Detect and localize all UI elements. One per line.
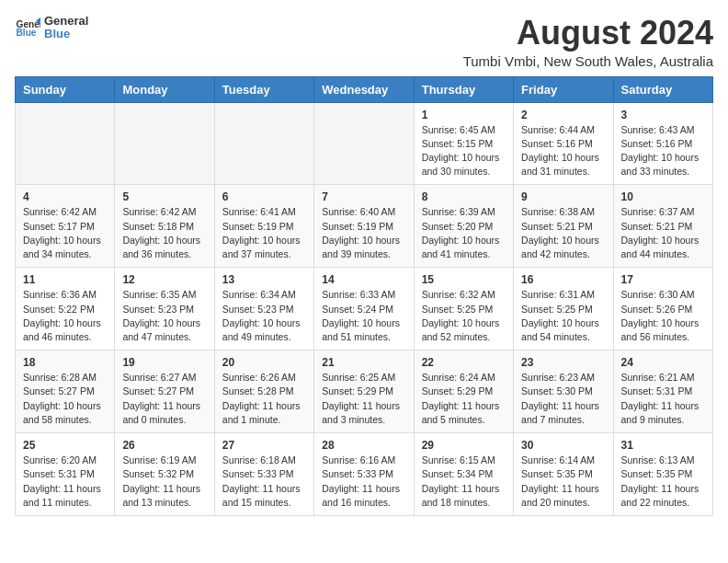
- calendar-header-row: SundayMondayTuesdayWednesdayThursdayFrid…: [16, 76, 713, 102]
- calendar-cell: 5Sunrise: 6:42 AMSunset: 5:18 PMDaylight…: [115, 185, 214, 268]
- day-number: 12: [122, 273, 206, 286]
- calendar-week-row: 11Sunrise: 6:36 AMSunset: 5:22 PMDayligh…: [16, 268, 713, 350]
- day-info: Sunrise: 6:24 AMSunset: 5:29 PMDaylight:…: [422, 371, 506, 427]
- day-info: Sunrise: 6:23 AMSunset: 5:30 PMDaylight:…: [521, 371, 605, 427]
- calendar-week-row: 18Sunrise: 6:28 AMSunset: 5:27 PMDayligh…: [16, 350, 713, 433]
- day-number: 26: [122, 439, 206, 452]
- day-info: Sunrise: 6:34 AMSunset: 5:23 PMDaylight:…: [222, 288, 306, 344]
- calendar-cell: 20Sunrise: 6:26 AMSunset: 5:28 PMDayligh…: [214, 350, 313, 433]
- day-number: 24: [621, 356, 705, 369]
- calendar-week-row: 25Sunrise: 6:20 AMSunset: 5:31 PMDayligh…: [16, 433, 713, 516]
- calendar-cell: 4Sunrise: 6:42 AMSunset: 5:17 PMDaylight…: [16, 185, 115, 268]
- day-info: Sunrise: 6:13 AMSunset: 5:35 PMDaylight:…: [621, 454, 705, 510]
- subtitle: Tumbi Vmbi, New South Wales, Australia: [463, 53, 713, 69]
- day-of-week-header: Monday: [115, 76, 214, 102]
- calendar-cell: 3Sunrise: 6:43 AMSunset: 5:16 PMDaylight…: [613, 102, 712, 185]
- day-number: 23: [521, 356, 605, 369]
- svg-text:Blue: Blue: [17, 29, 37, 39]
- calendar-cell: 18Sunrise: 6:28 AMSunset: 5:27 PMDayligh…: [16, 350, 115, 433]
- day-number: 9: [521, 190, 605, 203]
- calendar-week-row: 1Sunrise: 6:45 AMSunset: 5:15 PMDaylight…: [16, 102, 713, 185]
- logo-blue-text: Blue: [44, 28, 88, 40]
- calendar-cell: 26Sunrise: 6:19 AMSunset: 5:32 PMDayligh…: [115, 433, 214, 516]
- day-number: 29: [422, 439, 506, 452]
- day-info: Sunrise: 6:16 AMSunset: 5:33 PMDaylight:…: [322, 454, 405, 510]
- day-number: 31: [621, 439, 705, 452]
- day-of-week-header: Thursday: [414, 76, 513, 102]
- day-info: Sunrise: 6:30 AMSunset: 5:26 PMDaylight:…: [621, 288, 705, 344]
- day-info: Sunrise: 6:32 AMSunset: 5:25 PMDaylight:…: [422, 288, 506, 344]
- day-info: Sunrise: 6:21 AMSunset: 5:31 PMDaylight:…: [621, 371, 705, 427]
- calendar-cell: 27Sunrise: 6:18 AMSunset: 5:33 PMDayligh…: [214, 433, 313, 516]
- day-info: Sunrise: 6:36 AMSunset: 5:22 PMDaylight:…: [23, 288, 107, 344]
- day-info: Sunrise: 6:19 AMSunset: 5:32 PMDaylight:…: [122, 454, 206, 510]
- day-number: 2: [521, 109, 605, 121]
- day-info: Sunrise: 6:33 AMSunset: 5:24 PMDaylight:…: [322, 288, 405, 344]
- day-info: Sunrise: 6:37 AMSunset: 5:21 PMDaylight:…: [621, 205, 705, 261]
- day-info: Sunrise: 6:25 AMSunset: 5:29 PMDaylight:…: [322, 371, 405, 427]
- calendar-cell: 22Sunrise: 6:24 AMSunset: 5:29 PMDayligh…: [414, 350, 513, 433]
- calendar-cell: 10Sunrise: 6:37 AMSunset: 5:21 PMDayligh…: [613, 185, 712, 268]
- day-info: Sunrise: 6:26 AMSunset: 5:28 PMDaylight:…: [222, 371, 306, 427]
- calendar-table: SundayMondayTuesdayWednesdayThursdayFrid…: [15, 76, 713, 516]
- calendar-cell: 17Sunrise: 6:30 AMSunset: 5:26 PMDayligh…: [613, 268, 712, 350]
- day-info: Sunrise: 6:15 AMSunset: 5:34 PMDaylight:…: [422, 454, 506, 510]
- day-number: 28: [322, 439, 405, 452]
- calendar-cell: 7Sunrise: 6:40 AMSunset: 5:19 PMDaylight…: [314, 185, 414, 268]
- calendar-week-row: 4Sunrise: 6:42 AMSunset: 5:17 PMDaylight…: [16, 185, 713, 268]
- day-number: 7: [322, 190, 405, 203]
- calendar-cell: 11Sunrise: 6:36 AMSunset: 5:22 PMDayligh…: [16, 268, 115, 350]
- day-info: Sunrise: 6:38 AMSunset: 5:21 PMDaylight:…: [521, 205, 605, 261]
- day-number: 5: [122, 190, 206, 203]
- day-info: Sunrise: 6:31 AMSunset: 5:25 PMDaylight:…: [521, 288, 605, 344]
- calendar-cell: [214, 102, 313, 185]
- day-number: 19: [122, 356, 206, 369]
- day-number: 6: [222, 190, 306, 203]
- day-number: 14: [322, 273, 405, 286]
- calendar-cell: 30Sunrise: 6:14 AMSunset: 5:35 PMDayligh…: [514, 433, 613, 516]
- calendar-cell: 19Sunrise: 6:27 AMSunset: 5:27 PMDayligh…: [115, 350, 214, 433]
- day-info: Sunrise: 6:42 AMSunset: 5:18 PMDaylight:…: [122, 205, 206, 261]
- calendar-cell: 31Sunrise: 6:13 AMSunset: 5:35 PMDayligh…: [613, 433, 712, 516]
- day-info: Sunrise: 6:20 AMSunset: 5:31 PMDaylight:…: [23, 454, 107, 510]
- logo: General Blue General Blue: [15, 15, 88, 41]
- day-number: 20: [222, 356, 306, 369]
- day-number: 8: [422, 190, 506, 203]
- calendar-cell: 23Sunrise: 6:23 AMSunset: 5:30 PMDayligh…: [514, 350, 613, 433]
- calendar-cell: 28Sunrise: 6:16 AMSunset: 5:33 PMDayligh…: [314, 433, 414, 516]
- day-info: Sunrise: 6:14 AMSunset: 5:35 PMDaylight:…: [521, 454, 605, 510]
- calendar-cell: 9Sunrise: 6:38 AMSunset: 5:21 PMDaylight…: [514, 185, 613, 268]
- day-number: 27: [222, 439, 306, 452]
- day-info: Sunrise: 6:42 AMSunset: 5:17 PMDaylight:…: [23, 205, 107, 261]
- day-info: Sunrise: 6:43 AMSunset: 5:16 PMDaylight:…: [621, 123, 705, 179]
- title-block: August 2024 Tumbi Vmbi, New South Wales,…: [463, 15, 713, 69]
- calendar-cell: 2Sunrise: 6:44 AMSunset: 5:16 PMDaylight…: [514, 102, 613, 185]
- day-number: 30: [521, 439, 605, 452]
- day-number: 17: [621, 273, 705, 286]
- day-of-week-header: Saturday: [613, 76, 712, 102]
- day-info: Sunrise: 6:39 AMSunset: 5:20 PMDaylight:…: [422, 205, 506, 261]
- calendar-cell: 12Sunrise: 6:35 AMSunset: 5:23 PMDayligh…: [115, 268, 214, 350]
- day-number: 15: [422, 273, 506, 286]
- calendar-cell: 13Sunrise: 6:34 AMSunset: 5:23 PMDayligh…: [214, 268, 313, 350]
- day-of-week-header: Friday: [514, 76, 613, 102]
- logo-icon: General Blue: [15, 15, 40, 40]
- day-number: 25: [23, 439, 107, 452]
- calendar-cell: 6Sunrise: 6:41 AMSunset: 5:19 PMDaylight…: [214, 185, 313, 268]
- calendar-cell: [314, 102, 414, 185]
- day-number: 16: [521, 273, 605, 286]
- day-number: 10: [621, 190, 705, 203]
- day-info: Sunrise: 6:44 AMSunset: 5:16 PMDaylight:…: [521, 123, 605, 179]
- day-info: Sunrise: 6:41 AMSunset: 5:19 PMDaylight:…: [222, 205, 306, 261]
- calendar-cell: 16Sunrise: 6:31 AMSunset: 5:25 PMDayligh…: [514, 268, 613, 350]
- day-number: 11: [23, 273, 107, 286]
- day-number: 22: [422, 356, 506, 369]
- day-of-week-header: Sunday: [16, 76, 115, 102]
- calendar-cell: 29Sunrise: 6:15 AMSunset: 5:34 PMDayligh…: [414, 433, 513, 516]
- calendar-cell: [16, 102, 115, 185]
- calendar-cell: 24Sunrise: 6:21 AMSunset: 5:31 PMDayligh…: [613, 350, 712, 433]
- day-number: 3: [621, 109, 705, 121]
- day-info: Sunrise: 6:35 AMSunset: 5:23 PMDaylight:…: [122, 288, 206, 344]
- calendar-cell: 25Sunrise: 6:20 AMSunset: 5:31 PMDayligh…: [16, 433, 115, 516]
- day-number: 4: [23, 190, 107, 203]
